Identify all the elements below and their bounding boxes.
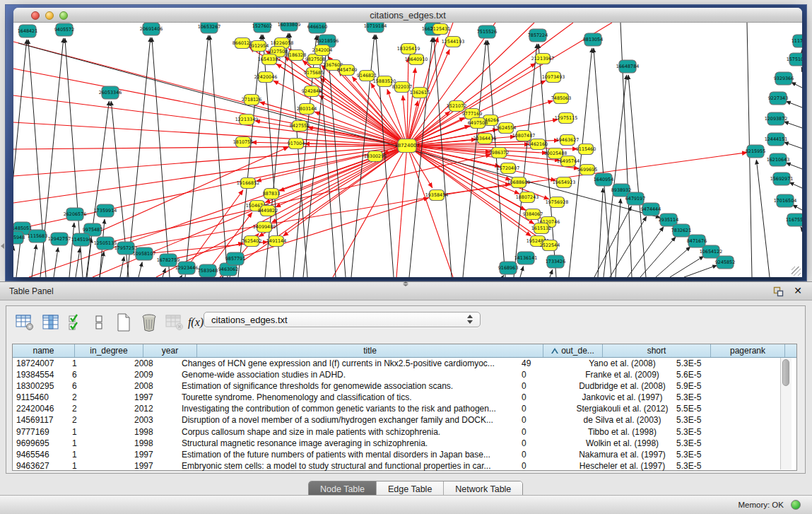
table-cell[interactable]: Embryonic stem cells: a model to study s… bbox=[178, 460, 518, 472]
table-cell[interactable]: Wolkin et al. (1998) bbox=[571, 438, 673, 449]
citing-node[interactable]: 12975115 bbox=[555, 113, 578, 124]
table-cell[interactable]: Jankovic et al. (1997) bbox=[571, 392, 673, 403]
table-row[interactable]: 1938455462009Genome-wide association stu… bbox=[13, 369, 796, 380]
table-settings-icon[interactable] bbox=[15, 313, 35, 332]
cited-node[interactable]: 14136141 bbox=[514, 252, 538, 264]
cited-node[interactable]: 8813054 bbox=[583, 33, 603, 46]
cited-node[interactable]: 1117304 bbox=[792, 35, 802, 47]
cited-node[interactable]: 1145194 bbox=[71, 233, 91, 246]
cited-node[interactable]: 16782759 bbox=[157, 254, 180, 267]
cited-node[interactable]: 7583948 bbox=[198, 264, 218, 277]
table-cell[interactable]: 2012 bbox=[131, 403, 178, 414]
table-row[interactable]: 1456911722003Disruption of a novel membe… bbox=[13, 414, 796, 426]
cited-node[interactable]: 10958107 bbox=[133, 247, 156, 260]
table-cell[interactable]: 2008 bbox=[131, 358, 178, 369]
table-row[interactable]: 1830029562008Estimation of significance … bbox=[13, 380, 796, 392]
table-cell[interactable]: 2009 bbox=[131, 369, 178, 380]
citation-network-graph[interactable]: 1648421940557220691406106532671527602646… bbox=[13, 23, 802, 277]
table-cell[interactable]: 19384554 bbox=[13, 369, 69, 380]
table-cell[interactable]: Stergiakouli et al. (2012) bbox=[571, 403, 673, 414]
table-cell[interactable]: 1997 bbox=[131, 460, 178, 472]
select-all-icon[interactable] bbox=[66, 313, 86, 332]
column-header-out_de[interactable]: out_de... bbox=[543, 344, 603, 357]
cited-node[interactable]: 6466160 bbox=[307, 23, 327, 33]
column-header-pagerank[interactable]: pagerank bbox=[711, 344, 785, 357]
cited-node[interactable]: 9329366 bbox=[774, 72, 794, 85]
table-cell[interactable]: 5.3E-5 bbox=[673, 358, 741, 369]
cited-node[interactable]: 16648784 bbox=[616, 60, 640, 73]
citing-node[interactable]: 2342004 bbox=[312, 45, 332, 56]
table-cell[interactable]: 0 bbox=[518, 460, 571, 472]
table-cell[interactable]: 0 bbox=[518, 414, 571, 426]
table-cell[interactable]: 1998 bbox=[131, 438, 178, 449]
citing-node[interactable]: 9115460 bbox=[576, 144, 596, 155]
cited-node[interactable]: 7515526 bbox=[477, 25, 497, 38]
table-selector-dropdown[interactable]: citations_edges.txt bbox=[204, 312, 481, 327]
cited-node[interactable]: 7832621 bbox=[671, 224, 691, 237]
table-cell[interactable]: 0 bbox=[518, 438, 571, 449]
table-cell[interactable]: 9699695 bbox=[13, 438, 69, 449]
cited-node[interactable]: 9168963 bbox=[498, 262, 518, 274]
cited-node[interactable]: 17359914 bbox=[94, 204, 117, 217]
citing-node[interactable]: 19756928 bbox=[546, 197, 569, 208]
table-cell[interactable]: de Silva et al. (2003) bbox=[571, 414, 673, 426]
table-cell[interactable]: Corpus callosum shape and size in male p… bbox=[178, 426, 518, 438]
network-window[interactable]: citations_edges.txt 16484219405572206914… bbox=[13, 8, 802, 277]
column-header-title[interactable]: title bbox=[197, 344, 543, 357]
memory-status-indicator-icon[interactable] bbox=[791, 500, 801, 510]
cited-node[interactable]: 1527602 bbox=[252, 23, 272, 33]
function-builder-icon[interactable]: f(x) bbox=[186, 313, 206, 332]
citing-node[interactable]: 1462160 bbox=[528, 139, 548, 150]
table-cell[interactable]: 1 bbox=[69, 358, 131, 369]
table-cell[interactable]: 9465546 bbox=[13, 449, 69, 460]
citing-node[interactable]: 9699695 bbox=[577, 165, 597, 175]
table-cell[interactable]: 5.3E-5 bbox=[673, 414, 741, 426]
cited-node[interactable]: 12444151 bbox=[765, 133, 788, 146]
cited-node[interactable]: 16210643 bbox=[767, 153, 790, 166]
table-cell[interactable]: 18724007 bbox=[13, 358, 69, 369]
cited-node[interactable]: 20691406 bbox=[140, 23, 163, 35]
table-cell[interactable]: 2008 bbox=[131, 380, 178, 392]
cited-node[interactable]: 17016504 bbox=[774, 194, 797, 207]
table-cell[interactable]: 5.3E-5 bbox=[673, 449, 741, 460]
citing-node[interactable]: 6497508 bbox=[468, 118, 488, 129]
cited-node[interactable]: 15692971 bbox=[770, 173, 794, 185]
cited-node[interactable]: 12505135 bbox=[94, 237, 117, 250]
table-cell[interactable]: 1 bbox=[69, 449, 131, 460]
column-header-year[interactable]: year bbox=[143, 344, 197, 357]
cited-node[interactable]: 9405572 bbox=[54, 23, 74, 36]
network-window-titlebar[interactable]: citations_edges.txt bbox=[13, 8, 802, 23]
citing-node[interactable]: 10688609 bbox=[507, 177, 531, 188]
cited-node[interactable]: 10719184 bbox=[364, 23, 387, 33]
cited-node[interactable]: 6479197 bbox=[625, 192, 645, 205]
table-cell[interactable]: 5.3E-5 bbox=[673, 426, 741, 438]
table-cell[interactable]: 9115460 bbox=[13, 392, 69, 403]
table-cell[interactable]: Hescheler et al. (1997) bbox=[571, 460, 673, 472]
cited-node[interactable]: 9474444 bbox=[641, 203, 661, 216]
table-cell[interactable]: 9777169 bbox=[13, 426, 69, 438]
citing-node[interactable]: 8912954 bbox=[249, 41, 269, 52]
left-panel-splitter-arrow[interactable] bbox=[1, 243, 4, 249]
table-cell[interactable]: 1998 bbox=[131, 426, 178, 438]
citing-node[interactable]: 2718126 bbox=[242, 95, 261, 105]
table-cell[interactable]: 2003 bbox=[131, 414, 178, 426]
table-cell[interactable]: 5.9E-5 bbox=[673, 380, 741, 392]
cited-node[interactable]: 3915948 bbox=[13, 231, 25, 244]
table-cell[interactable]: Nakamura et al. (1997) bbox=[571, 449, 673, 460]
table-cell[interactable]: 2 bbox=[69, 403, 131, 414]
table-row[interactable]: 2242004622012Investigating the contribut… bbox=[13, 403, 796, 414]
cited-node[interactable]: 1167553 bbox=[786, 214, 802, 226]
cited-node[interactable]: 16033809 bbox=[278, 23, 301, 31]
table-cell[interactable]: Yano et al. (2008) bbox=[571, 358, 673, 369]
citing-node[interactable]: 8449822 bbox=[258, 206, 278, 216]
cited-node[interactable]: 8215955 bbox=[746, 145, 765, 158]
table-row[interactable]: 1872400712008Changes of HCN gene express… bbox=[13, 358, 796, 369]
table-cell[interactable]: Tibbo et al. (1998) bbox=[571, 426, 673, 438]
table-cell[interactable]: 5.3E-5 bbox=[673, 392, 741, 403]
citing-node[interactable]: 15720407 bbox=[497, 163, 520, 174]
hub-node[interactable]: 18724007 bbox=[394, 139, 420, 153]
row-height-icon[interactable] bbox=[89, 313, 109, 332]
citing-node[interactable]: 19463627 bbox=[556, 135, 579, 146]
citing-node[interactable]: 7625402 bbox=[242, 236, 261, 247]
table-cell[interactable]: Changes of HCN gene expression and I(f) … bbox=[178, 358, 518, 369]
